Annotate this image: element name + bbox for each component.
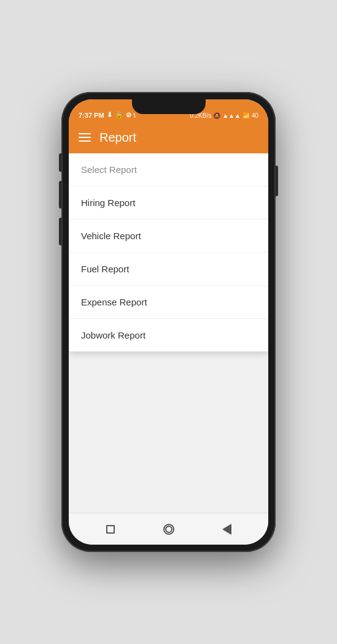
arrow-icon: \ xyxy=(134,112,136,119)
battery-display: 40 xyxy=(252,112,258,119)
time-display: 7:37 PM xyxy=(79,112,104,119)
dropdown-item-fuel[interactable]: Fuel Report xyxy=(69,253,268,286)
back-button[interactable] xyxy=(103,522,118,537)
circle-icon xyxy=(163,524,174,535)
app-bar: Report xyxy=(69,121,268,153)
notch xyxy=(132,99,206,114)
bottom-navigation xyxy=(69,513,268,545)
recents-button[interactable] xyxy=(220,522,234,537)
home-button[interactable] xyxy=(161,522,176,537)
bell-icon: 🔕 xyxy=(213,112,220,119)
hamburger-menu-button[interactable] xyxy=(79,133,91,142)
hamburger-line-3 xyxy=(79,140,91,142)
triangle-icon xyxy=(222,524,231,535)
phone-screen: 7:37 PM ⬇ 🔒 ⊘ \ 0.2KB/s 🔕 ▲▲▲ 📶 40 Repor… xyxy=(69,99,268,545)
hamburger-line-1 xyxy=(79,133,91,134)
dropdown-item-expense[interactable]: Expense Report xyxy=(69,286,268,319)
power-button xyxy=(276,166,278,196)
download-icon: ⬇ xyxy=(107,111,112,119)
volume-down-button xyxy=(59,218,61,245)
dropdown-item-hiring[interactable]: Hiring Report xyxy=(69,186,268,220)
app-title: Report xyxy=(99,131,136,145)
report-dropdown[interactable]: Select Report Hiring Report Vehicle Repo… xyxy=(69,153,268,351)
phone-frame: 7:37 PM ⬇ 🔒 ⊘ \ 0.2KB/s 🔕 ▲▲▲ 📶 40 Repor… xyxy=(61,92,276,552)
alarm-icon: ⊘ xyxy=(126,111,131,119)
sim-icon: 🔒 xyxy=(115,111,123,119)
wifi-icon: 📶 xyxy=(242,112,250,119)
signal-icon: ▲▲▲ xyxy=(222,112,241,119)
silent-button xyxy=(59,153,61,172)
status-right-icons: 0.2KB/s 🔕 ▲▲▲ 📶 40 xyxy=(190,112,258,119)
dropdown-placeholder[interactable]: Select Report xyxy=(69,153,268,186)
dropdown-item-jobwork[interactable]: Jobwork Report xyxy=(69,319,268,351)
status-time: 7:37 PM ⬇ 🔒 ⊘ \ xyxy=(79,111,136,119)
square-icon xyxy=(106,525,115,534)
dropdown-item-vehicle[interactable]: Vehicle Report xyxy=(69,220,268,253)
volume-up-button xyxy=(59,181,61,209)
hamburger-line-2 xyxy=(79,137,91,138)
main-content: Select Report Hiring Report Vehicle Repo… xyxy=(69,153,268,513)
